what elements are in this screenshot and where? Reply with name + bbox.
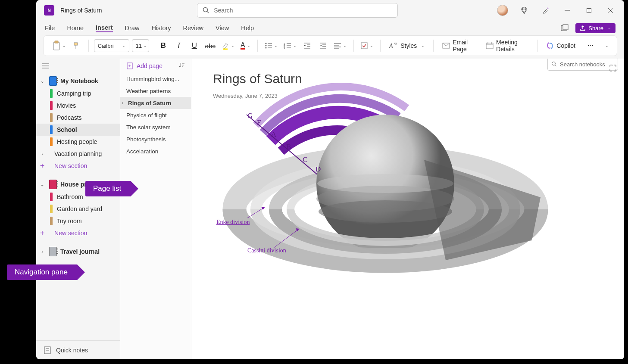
font-name-select[interactable]: Cailbri⌄ [94, 39, 129, 52]
svg-text:B: B [286, 143, 291, 151]
add-page-icon [126, 62, 133, 69]
section-movies[interactable]: Movies [36, 100, 120, 112]
svg-line-52 [555, 65, 556, 66]
annotation-enke: Enke division [216, 219, 250, 226]
page-list-panel: Add page Hummingbird wing... Weather pat… [120, 59, 191, 359]
quick-notes-button[interactable]: Quick notes [36, 340, 120, 359]
saturn-illustration: G F A B C D [204, 97, 541, 296]
svg-point-11 [265, 43, 266, 44]
menu-review[interactable]: Review [183, 25, 204, 31]
indent-button[interactable] [316, 38, 329, 53]
notebook-travel-journal[interactable]: › Travel journal [36, 245, 120, 258]
svg-point-60 [319, 200, 452, 223]
menu-insert[interactable]: Insert [96, 24, 113, 32]
new-section-button[interactable]: +New section [36, 160, 120, 172]
chevron-right-icon: › [39, 249, 46, 254]
menu-home[interactable]: Home [67, 25, 84, 31]
highlight-button[interactable]: ⌄ [220, 38, 236, 53]
svg-rect-7 [563, 25, 568, 30]
menu-help[interactable]: Help [241, 25, 254, 31]
svg-text:C: C [303, 156, 307, 164]
font-size-select[interactable]: 11⌄ [132, 39, 149, 52]
maximize-button[interactable] [579, 3, 598, 18]
global-search[interactable]: Search [197, 3, 398, 18]
meeting-details-button[interactable]: Meeting Details [482, 38, 532, 53]
note-canvas[interactable]: Search notebooks⌄ Rings of Saturn Wednes… [191, 59, 624, 359]
section-hosting-people[interactable]: Hosting people [36, 136, 120, 148]
add-page-button[interactable]: Add page [126, 62, 162, 69]
callout-navigation-pane: Navigation pane [7, 264, 77, 280]
svg-point-15 [265, 47, 266, 49]
annotation-cassini: Cassini division [247, 247, 286, 254]
sparkle-icon[interactable] [536, 3, 555, 18]
chevron-down-icon: ⌄ [39, 79, 46, 84]
section-school[interactable]: School [36, 124, 120, 136]
open-in-window-icon[interactable] [558, 24, 571, 32]
alignment-button[interactable]: ⌄ [332, 38, 348, 53]
document-title: Rings of Saturn [60, 7, 102, 14]
svg-rect-8 [53, 42, 59, 50]
svg-rect-38 [486, 43, 493, 49]
svg-text:A: A [271, 131, 277, 139]
close-button[interactable] [601, 3, 620, 18]
search-notebooks-input[interactable]: Search notebooks⌄ [547, 59, 618, 71]
menu-view[interactable]: View [216, 25, 229, 31]
notebook-label: Travel journal [60, 248, 100, 255]
copilot-icon [546, 42, 554, 50]
format-painter-button[interactable] [70, 38, 83, 53]
hamburger-button[interactable] [41, 61, 51, 72]
page-icon [44, 346, 51, 354]
menu-draw[interactable]: Draw [125, 25, 140, 31]
page-item[interactable]: Physics of flight [120, 109, 191, 121]
menu-history[interactable]: History [151, 25, 171, 31]
ribbon-expand-caret[interactable]: ⌄ [600, 38, 612, 53]
bold-button[interactable]: B [157, 38, 170, 53]
svg-text:F: F [257, 118, 261, 127]
paste-button[interactable]: ⌄ [50, 38, 68, 53]
styles-icon: A [389, 42, 398, 50]
page-item[interactable]: The solar system [120, 121, 191, 133]
section-vacation-planning[interactable]: ›Vacation planning [36, 148, 120, 160]
expand-canvas-button[interactable] [609, 65, 616, 73]
outdent-button[interactable] [301, 38, 314, 53]
page-item[interactable]: Weather patterns [120, 85, 191, 97]
sort-pages-button[interactable] [179, 62, 185, 69]
number-list-button[interactable]: 123⌄ [282, 38, 298, 53]
email-page-button[interactable]: Email Page [439, 38, 480, 53]
search-placeholder: Search [214, 7, 233, 14]
minimize-button[interactable] [558, 3, 577, 18]
menu-file[interactable]: File [45, 25, 55, 31]
chevron-right-icon: › [39, 152, 46, 156]
section-toy-room[interactable]: Toy room [36, 215, 120, 227]
italic-button[interactable]: I [172, 38, 185, 53]
font-color-button[interactable]: A⌄ [239, 38, 252, 53]
share-icon [580, 25, 586, 31]
ribbon-more-button[interactable]: ⋯ [584, 38, 597, 53]
menubar: File Home Insert Draw History Review Vie… [36, 21, 624, 35]
search-icon [551, 61, 557, 67]
notebook-my-notebook[interactable]: ⌄ My Notebook [36, 75, 120, 87]
copilot-button[interactable]: Copilot [543, 38, 579, 53]
tag-button[interactable]: ⌄ [359, 38, 375, 53]
quick-notes-label: Quick notes [56, 347, 88, 354]
page-item[interactable]: Accelaration [120, 145, 191, 157]
chevron-right-icon: › [122, 101, 126, 106]
styles-button[interactable]: AStyles⌄ [386, 38, 428, 53]
titlebar: N Rings of Saturn Search [36, 0, 624, 21]
chevron-down-icon: ⌄ [39, 182, 46, 187]
section-garden-and-yard[interactable]: Garden and yard [36, 203, 120, 215]
new-section-button-2[interactable]: +New section [36, 227, 120, 239]
underline-button[interactable]: U [188, 38, 201, 53]
share-button[interactable]: Share ⌄ [575, 23, 616, 33]
section-podcasts[interactable]: Podcasts [36, 112, 120, 124]
page-item[interactable]: Hummingbird wing... [120, 73, 191, 85]
strike-button[interactable]: abc [203, 38, 217, 53]
page-item[interactable]: Photosynthesis [120, 133, 191, 145]
svg-text:A: A [389, 43, 393, 49]
avatar[interactable] [493, 3, 512, 18]
plus-icon: + [39, 229, 46, 238]
bullet-list-button[interactable]: ⌄ [263, 38, 279, 53]
page-item[interactable]: ›Rings of Saturn [120, 97, 191, 109]
diamond-icon[interactable] [515, 3, 534, 18]
section-camping-trip[interactable]: Camping trip [36, 87, 120, 100]
